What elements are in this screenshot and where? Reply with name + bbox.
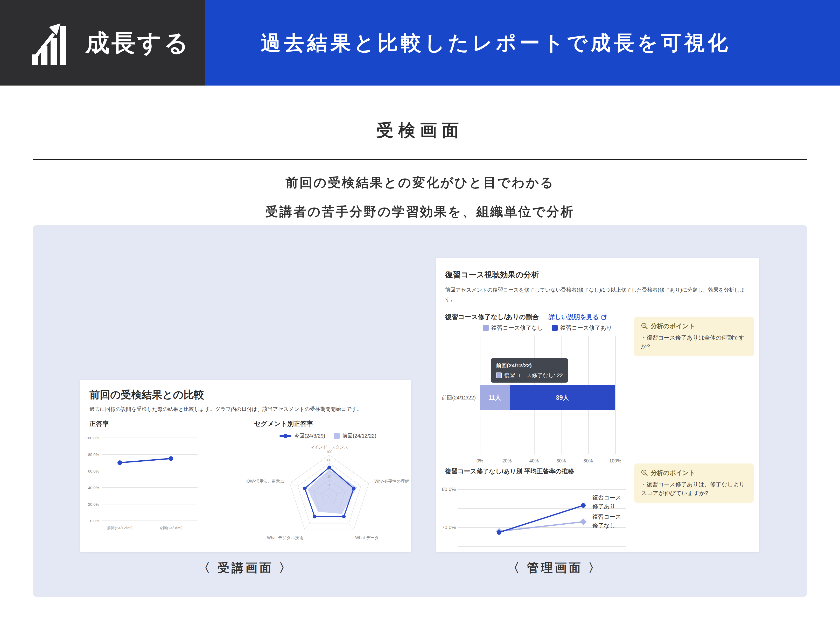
bar-gridline (615, 336, 616, 454)
badge-label: 成長する (86, 0, 205, 86)
svg-text:HOW-活用法、留意点: HOW-活用法、留意点 (246, 479, 284, 484)
svg-text:What-データ: What-データ (355, 535, 379, 540)
svg-text:80: 80 (327, 458, 331, 462)
svg-text:復習コース: 復習コース (593, 494, 621, 501)
segment-chart-title: セグメント別正答率 (254, 419, 313, 428)
svg-text:100.0%: 100.0% (86, 436, 99, 440)
header-headline: 過去結果と比較したレポートで成長を可視化 (261, 0, 831, 86)
details-link[interactable]: 詳しい説明を見る (549, 313, 607, 321)
svg-text:マインド・スタンス: マインド・スタンス (310, 445, 349, 449)
growth-chart-icon (28, 21, 75, 65)
svg-text:20.0%: 20.0% (88, 502, 99, 507)
bar-x-axis: 0%20%40%60%80%100% (480, 458, 615, 466)
caption-admin-screen: 〈 管理画面 〉 (467, 560, 643, 576)
title-divider (33, 159, 807, 160)
accuracy-chart-title: 正答率 (89, 419, 109, 428)
bar-category-label: 前回(24/12/22) (425, 385, 476, 410)
svg-text:70.0%: 70.0% (442, 525, 456, 530)
admin-card-title: 復習コース視聴効果の分析 (445, 269, 539, 280)
bar-legend-done-label: 復習コース修了あり (560, 324, 612, 332)
svg-text:0.0%: 0.0% (90, 519, 99, 523)
square-marker-icon (496, 372, 502, 378)
svg-text:Why-必要性の理解: Why-必要性の理解 (374, 479, 409, 484)
analysis-box-1-title: 分析のポイント (651, 322, 695, 330)
svg-text:今回(24/3/29): 今回(24/3/29) (159, 526, 183, 530)
svg-text:修了あり: 修了あり (593, 503, 615, 510)
bar-x-tick: 20% (502, 458, 512, 464)
stacked-bar: 11人39人 (480, 385, 615, 410)
external-link-icon (601, 314, 607, 320)
bar-tooltip: 前回(24/12/22) 復習コース修了なし: 22 (491, 358, 568, 383)
ratio-section-row: 復習コース修了なし/ありの割合 詳しい説明を見る (445, 313, 607, 321)
bar-x-tick: 60% (556, 458, 566, 464)
caption-student-screen: 〈 受講画面 〉 (157, 560, 334, 576)
bar-x-tick: 0% (477, 458, 483, 464)
subtitle-line-2: 受講者の苦手分野の学習効果を、組織単位で分析 (0, 203, 840, 220)
details-link-label[interactable]: 詳しい説明を見る (549, 313, 599, 321)
square-marker-icon (483, 325, 489, 331)
bar-x-tick: 40% (529, 458, 539, 464)
admin-card-description: 前回アセスメントの復習コースを修了していない受検者(修了なし)/1つ以上修了した… (445, 285, 752, 304)
trend-section-title: 復習コース修了なし/あり別 平均正答率の推移 (445, 467, 574, 476)
ratio-section-title: 復習コース修了なし/ありの割合 (445, 313, 539, 321)
svg-text:60.0%: 60.0% (88, 469, 99, 473)
page-title: 受検画面 (0, 119, 840, 142)
square-marker-icon (552, 325, 558, 331)
student-card-title: 前回の受検結果との比較 (89, 388, 204, 402)
svg-text:80.0%: 80.0% (442, 487, 456, 492)
analysis-box-1-bullet: ・復習コース修了ありは全体の何割ですか? (641, 333, 747, 351)
accuracy-line-chart: 0.0%20.0%40.0%60.0%80.0%100.0%前回(24/12/2… (86, 428, 267, 537)
bar-legend: 復習コース修了なし 復習コース修了あり (480, 324, 615, 332)
bar-legend-done: 復習コース修了あり (552, 324, 612, 332)
student-card-description: 過去に同様の設問を受検した際の結果と比較します。グラフ内の日付は、該当アセスメン… (89, 404, 400, 414)
analysis-box-2-bullet: ・復習コース修了ありは、修了なしよりスコアが伸びていますか? (641, 480, 747, 498)
svg-text:40.0%: 40.0% (88, 485, 99, 490)
magnifier-chart-icon (641, 322, 648, 330)
analysis-box-2-title: 分析のポイント (651, 469, 695, 477)
magnifier-chart-icon (641, 469, 648, 476)
analysis-box-1: 分析のポイント ・復習コース修了ありは全体の何割ですか? (634, 317, 754, 356)
bar-legend-none-label: 復習コース修了なし (491, 324, 543, 332)
svg-text:80.0%: 80.0% (88, 452, 99, 457)
bar-tooltip-value: 復習コース修了なし: 22 (504, 372, 563, 379)
svg-text:100: 100 (326, 450, 332, 454)
svg-text:What-デジタル技術: What-デジタル技術 (267, 535, 303, 540)
subtitle-line-1: 前回の受検結果との変化がひと目でわかる (0, 174, 840, 191)
bar-x-tick: 100% (609, 458, 621, 464)
svg-text:前回(24/12/22): 前回(24/12/22) (107, 526, 133, 530)
segment-radar-chart: 20406080100マインド・スタンスWhy-必要性の理解What-データWh… (246, 428, 410, 552)
bar-segment: 11人 (480, 385, 510, 410)
svg-text:修了なし: 修了なし (593, 522, 615, 529)
bar-segment: 39人 (510, 385, 615, 410)
analysis-box-2: 分析のポイント ・復習コース修了ありは、修了なしよりスコアが伸びていますか? (634, 463, 754, 503)
bar-tooltip-title: 前回(24/12/22) (496, 362, 563, 369)
bar-legend-none: 復習コース修了なし (483, 324, 543, 332)
svg-text:復習コース: 復習コース (593, 513, 621, 520)
score-trend-chart: 80.0%70.0%復習コース修了あり復習コース修了なし (441, 481, 640, 551)
bar-x-tick: 80% (583, 458, 593, 464)
